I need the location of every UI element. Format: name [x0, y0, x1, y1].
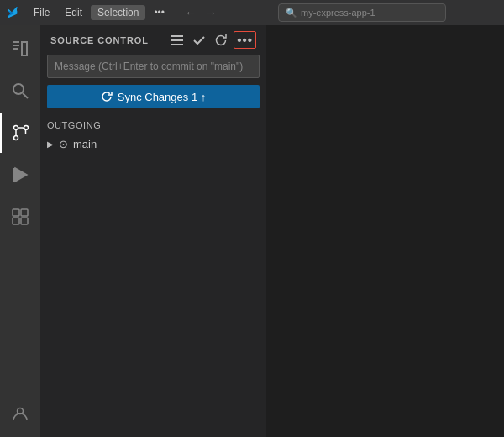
branch-item-main[interactable]: ▶ ⊙ main: [40, 134, 266, 154]
activity-bar-account[interactable]: [0, 393, 40, 434]
search-icon: 🔍: [286, 8, 297, 18]
svg-rect-10: [13, 218, 19, 224]
vscode-logo-icon: [7, 6, 20, 19]
search-text: my-express-app-1: [301, 8, 375, 18]
svg-point-0: [13, 84, 24, 94]
source-control-panel: SOURCE CONTROL ••• Message (Ctrl+Enter t…: [40, 25, 267, 437]
menu-edit[interactable]: Edit: [58, 5, 89, 20]
branch-collapse-arrow: ▶: [47, 140, 54, 149]
menu-selection[interactable]: Selection: [91, 5, 145, 20]
svg-rect-8: [13, 209, 19, 216]
activity-bar-run[interactable]: [0, 155, 40, 195]
source-control-list-action-button[interactable]: [168, 32, 186, 49]
svg-line-1: [23, 93, 28, 98]
title-bar-search[interactable]: 🔍 my-express-app-1: [278, 3, 446, 22]
menu-more[interactable]: •••: [147, 5, 171, 20]
commit-message-input[interactable]: Message (Ctrl+Enter to commit on "main"): [47, 55, 260, 78]
activity-bar-explorer[interactable]: [0, 29, 40, 69]
source-control-refresh-button[interactable]: [212, 32, 230, 49]
title-bar-nav: ← →: [181, 4, 220, 21]
more-dots-icon: •••: [237, 33, 253, 47]
outgoing-section: Outgoing: [40, 115, 266, 134]
svg-rect-11: [21, 218, 28, 224]
svg-marker-5: [15, 168, 27, 182]
source-control-checkmark-button[interactable]: [190, 32, 208, 49]
activity-bar-source-control[interactable]: [0, 113, 40, 153]
outgoing-label: Outgoing: [47, 120, 101, 130]
title-bar-menu: File Edit Selection •••: [27, 5, 171, 20]
editor-area: Views ▶ View & Sort ▶ Incoming & Outgoin…: [267, 25, 504, 437]
sync-changes-button[interactable]: Sync Changes 1 ↑: [47, 85, 260, 108]
activity-bar: [0, 25, 40, 437]
commit-placeholder: Message (Ctrl+Enter to commit on "main"): [55, 61, 243, 72]
branch-circle-icon: ⊙: [59, 138, 68, 150]
svg-point-3: [14, 136, 18, 140]
panel-header: SOURCE CONTROL •••: [40, 25, 266, 55]
menu-file[interactable]: File: [27, 5, 56, 20]
title-bar: File Edit Selection ••• ← → 🔍 my-express…: [0, 0, 504, 25]
svg-rect-9: [21, 209, 28, 216]
source-control-more-button[interactable]: •••: [234, 31, 256, 49]
nav-forward-button[interactable]: →: [202, 4, 220, 21]
branch-name: main: [73, 138, 97, 150]
main-layout: SOURCE CONTROL ••• Message (Ctrl+Enter t…: [0, 25, 504, 437]
panel-title: SOURCE CONTROL: [50, 35, 149, 45]
svg-point-2: [14, 126, 18, 130]
nav-back-button[interactable]: ←: [181, 4, 200, 21]
activity-bar-search[interactable]: [0, 71, 40, 111]
panel-actions: •••: [168, 31, 256, 49]
activity-bar-extensions[interactable]: [0, 197, 40, 237]
sync-icon: [101, 91, 113, 103]
sync-button-label: Sync Changes 1 ↑: [118, 91, 207, 103]
